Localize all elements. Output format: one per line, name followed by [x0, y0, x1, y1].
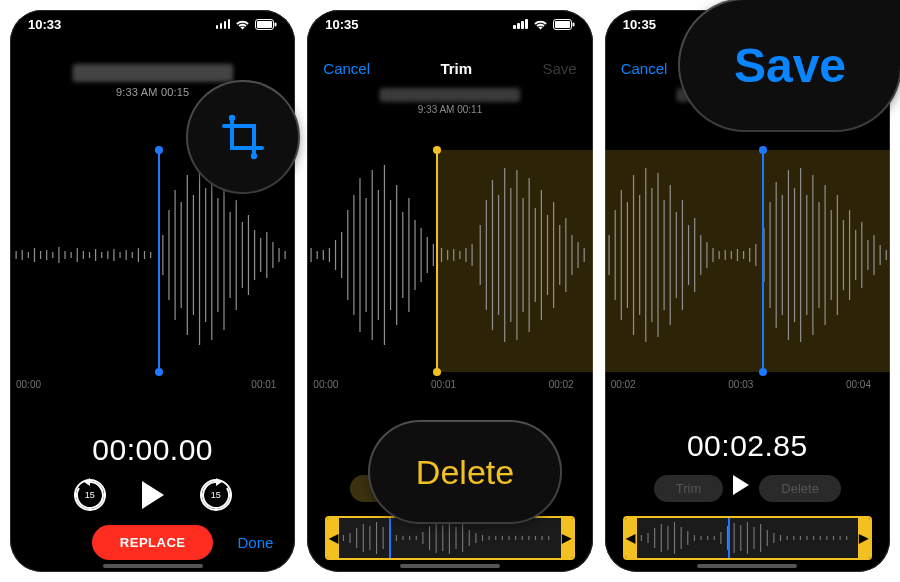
trim-thumbnail-strip[interactable]: ◀ ▶ [325, 516, 574, 560]
strip-playhead[interactable] [389, 518, 391, 558]
svg-rect-48 [555, 21, 570, 28]
strip-playhead[interactable] [728, 518, 730, 558]
recording-title-redacted [73, 64, 233, 82]
svg-rect-49 [572, 22, 574, 26]
waveform-area[interactable]: 00:00 00:01 00:02 [307, 140, 592, 390]
trim-header: Cancel Trim Save 9:33 AM 00:11 [307, 50, 592, 130]
waveform-area[interactable]: 00:02 00:03 00:04 [605, 140, 890, 390]
time-axis: 00:02 00:03 00:04 [605, 379, 890, 390]
trim-title: Trim [440, 60, 472, 77]
strip-handle-right[interactable]: ▶ [561, 518, 573, 558]
svg-rect-1 [257, 21, 272, 28]
trim-pill[interactable]: Trim [654, 475, 724, 502]
status-bar: 10:33 [10, 10, 295, 38]
cancel-button[interactable]: Cancel [621, 60, 668, 77]
done-button[interactable]: Done [237, 534, 273, 551]
battery-icon [255, 19, 277, 30]
wifi-icon [533, 19, 548, 30]
time-axis: 00:00 00:01 [10, 379, 295, 390]
recording-title-redacted [380, 88, 520, 102]
play-button[interactable] [733, 475, 749, 502]
cancel-button[interactable]: Cancel [323, 60, 370, 77]
signal-icon [216, 19, 231, 29]
delete-pill[interactable]: Delete [759, 475, 841, 502]
playhead[interactable] [762, 150, 764, 372]
home-indicator[interactable] [400, 564, 500, 568]
strip-handle-right[interactable]: ▶ [858, 518, 870, 558]
status-time: 10:35 [325, 17, 358, 32]
strip-handle-left[interactable]: ◀ [625, 518, 637, 558]
status-time: 10:35 [623, 17, 656, 32]
strip-handle-left[interactable]: ◀ [327, 518, 339, 558]
svg-rect-2 [275, 22, 277, 26]
controls-area: 00:00.00 15 15 REPLACE Done [10, 433, 295, 560]
wifi-icon [235, 19, 250, 30]
skip-forward-button[interactable]: 15 [200, 479, 232, 511]
home-indicator[interactable] [103, 564, 203, 568]
playback-time: 00:02.85 [605, 429, 890, 463]
callout-crop-icon [188, 82, 298, 192]
signal-icon [513, 19, 528, 29]
waveform [307, 140, 592, 370]
replace-button[interactable]: REPLACE [92, 525, 214, 560]
status-time: 10:33 [28, 17, 61, 32]
home-indicator[interactable] [697, 564, 797, 568]
svg-point-208 [229, 115, 235, 121]
controls-area: 00:02.85 Trim Delete ◀ ▶ [605, 429, 890, 560]
play-button[interactable] [142, 481, 164, 509]
skip-back-button[interactable]: 15 [74, 479, 106, 511]
time-axis: 00:00 00:01 00:02 [307, 379, 592, 390]
tutorial-stage: 10:33 9:33 AM 00:15 [0, 0, 900, 582]
save-button[interactable]: Save [542, 60, 576, 77]
playhead[interactable] [158, 150, 160, 372]
playback-time: 00:00.00 [10, 433, 295, 467]
recording-subtitle: 9:33 AM 00:11 [307, 104, 592, 115]
crop-icon [220, 114, 266, 160]
svg-point-209 [251, 153, 257, 159]
trim-thumbnail-strip[interactable]: ◀ ▶ [623, 516, 872, 560]
transport-controls: 15 15 [10, 479, 295, 511]
trim-handle-left[interactable] [436, 150, 438, 372]
status-bar: 10:35 [307, 10, 592, 38]
battery-icon [553, 19, 575, 30]
waveform [605, 140, 890, 370]
callout-save-label: Save [680, 0, 900, 130]
callout-delete-label: Delete [370, 422, 560, 522]
trim-mode-row: Trim Delete [605, 475, 890, 502]
